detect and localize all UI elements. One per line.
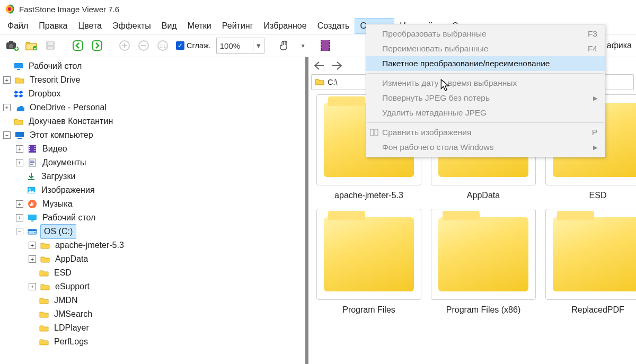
music-icon — [28, 199, 37, 209]
tree-label[interactable]: OneDrive - Personal — [28, 101, 109, 114]
tree-label[interactable]: apache-jmeter-5.3 — [53, 238, 126, 252]
tree-row[interactable]: +Рабочий стол — [0, 211, 305, 225]
history-back-icon[interactable] — [312, 59, 326, 73]
tree-row[interactable]: +Tresorit Drive — [0, 73, 305, 87]
expand-icon[interactable]: + — [16, 159, 23, 166]
smooth-toggle[interactable]: ✓ Сглаж. — [176, 41, 211, 50]
nav-back-icon[interactable] — [70, 38, 86, 54]
collapse-icon[interactable]: − — [16, 228, 23, 235]
tree-row[interactable]: −Этот компьютер — [0, 128, 305, 142]
open-folder-icon[interactable] — [23, 38, 39, 54]
hand-tool-icon[interactable] — [276, 38, 292, 54]
menu-цвета[interactable]: Цвета — [73, 18, 107, 34]
menu-правка[interactable]: Правка — [33, 18, 73, 34]
tree-label[interactable]: JMSearch — [52, 307, 94, 321]
tree-row[interactable]: LDPlayer — [0, 321, 305, 335]
twister-blank — [3, 91, 10, 97]
menu-item[interactable]: Пакетное преобразование/переименование — [366, 56, 605, 71]
svg-point-36 — [29, 189, 31, 190]
path-label: C:\ — [328, 78, 338, 86]
tree-row[interactable]: +OneDrive - Personal — [0, 101, 305, 114]
submenu-arrow-icon: ▶ — [593, 144, 597, 151]
desktop2-icon — [28, 213, 37, 223]
zoom-out-icon[interactable] — [136, 38, 152, 54]
tree-row[interactable]: ESD — [0, 266, 305, 280]
zoom-actual-icon[interactable]: 1:1 — [155, 38, 171, 54]
tree-label[interactable]: Загрузки — [39, 170, 77, 183]
tree-row[interactable]: +apache-jmeter-5.3 — [0, 238, 305, 252]
tree-label[interactable]: Dropbox — [26, 87, 63, 101]
tree-label[interactable]: Этот компьютер — [28, 128, 95, 142]
tree-row[interactable]: +Видео — [0, 142, 305, 156]
twister-blank — [16, 187, 22, 193]
tree-row[interactable]: +Документы — [0, 156, 305, 170]
tree-row[interactable]: −OS (C:) — [0, 225, 305, 238]
tree-label[interactable]: JMDN — [52, 294, 80, 307]
tree-label[interactable]: ESD — [52, 266, 74, 280]
tree-row[interactable]: Загрузки — [0, 170, 305, 183]
menu-item: Фон рабочего стола Windows▶ — [366, 140, 605, 155]
twister-blank — [29, 311, 35, 317]
menu-метки[interactable]: Метки — [182, 18, 217, 34]
tree-label[interactable]: Музыка — [40, 197, 75, 211]
expand-icon[interactable]: + — [29, 283, 36, 290]
tree-label[interactable]: Докучаев Константин — [26, 114, 115, 128]
chevron-down-icon[interactable]: ▾ — [253, 39, 264, 52]
tree-row[interactable]: JMDN — [0, 294, 305, 307]
expand-icon[interactable]: + — [16, 200, 23, 208]
acquire-icon[interactable] — [4, 38, 20, 54]
dropbox-icon — [14, 89, 23, 99]
tree-row[interactable]: Изображения — [0, 183, 305, 197]
tree-label[interactable]: OS (C:) — [40, 224, 76, 239]
expand-icon[interactable]: + — [29, 242, 36, 249]
expand-icon[interactable]: + — [3, 104, 11, 111]
save-icon[interactable] — [42, 38, 58, 54]
twister-blank — [29, 297, 35, 304]
zoom-combo[interactable]: ▾ — [216, 38, 264, 54]
menu-эффекты[interactable]: Эффекты — [107, 18, 156, 34]
tree-row[interactable]: +Музыка — [0, 197, 305, 211]
nav-forward-icon[interactable] — [89, 38, 105, 54]
expand-icon[interactable]: + — [16, 214, 23, 221]
tree-label[interactable]: LDPlayer — [52, 321, 91, 335]
tree-row[interactable]: JMSearch — [0, 307, 305, 321]
menu-избранное[interactable]: Избранное — [259, 18, 312, 34]
tree-row[interactable]: +AppData — [0, 252, 305, 266]
menu-item-label: Сравнить изображения — [382, 128, 471, 137]
tree-label[interactable]: AppData — [53, 252, 90, 266]
collapse-icon[interactable]: − — [3, 131, 11, 139]
thumbnail[interactable]: Program Files (x86) — [428, 209, 539, 315]
expand-icon[interactable]: + — [29, 255, 36, 263]
tree-row[interactable]: Докучаев Константин — [0, 114, 305, 128]
menu-создать[interactable]: Создать — [312, 18, 355, 34]
tree-row[interactable]: Рабочий стол — [0, 59, 305, 73]
expand-icon[interactable]: + — [3, 76, 11, 84]
app-title: FastStone Image Viewer 7.6 — [19, 5, 119, 14]
tree-label[interactable]: Tresorit Drive — [28, 73, 82, 87]
tree-label[interactable]: Видео — [40, 142, 69, 156]
folder-small-icon — [315, 78, 324, 87]
menu-вид[interactable]: Вид — [156, 18, 182, 34]
film-strip-icon[interactable] — [317, 38, 333, 54]
tree-label[interactable]: Рабочий стол — [40, 211, 98, 225]
tree-label[interactable]: Изображения — [39, 183, 97, 197]
menu-рейтинг[interactable]: Рейтинг — [217, 18, 259, 34]
video-icon — [28, 144, 37, 154]
zoom-input[interactable] — [217, 39, 253, 52]
tree-label[interactable]: PerfLogs — [52, 335, 90, 349]
zoom-in-icon[interactable] — [117, 38, 132, 54]
expand-icon[interactable]: + — [16, 145, 23, 153]
tree-row[interactable]: Dropbox — [0, 87, 305, 101]
tree-row[interactable]: +eSupport — [0, 280, 305, 294]
history-forward-icon[interactable] — [330, 59, 344, 73]
menu-файл[interactable]: Файл — [2, 18, 33, 34]
tree-row[interactable]: PerfLogs — [0, 335, 305, 349]
tree-label[interactable]: Рабочий стол — [26, 59, 84, 73]
onedrive-icon — [15, 103, 24, 112]
svg-rect-21 — [321, 47, 322, 48]
splitter[interactable] — [305, 57, 309, 364]
tree-label[interactable]: Документы — [40, 156, 88, 170]
thumbnail[interactable]: ReplacedPDF — [542, 209, 636, 315]
thumbnail[interactable]: Program Files — [313, 209, 425, 315]
tree-label[interactable]: eSupport — [53, 280, 92, 294]
